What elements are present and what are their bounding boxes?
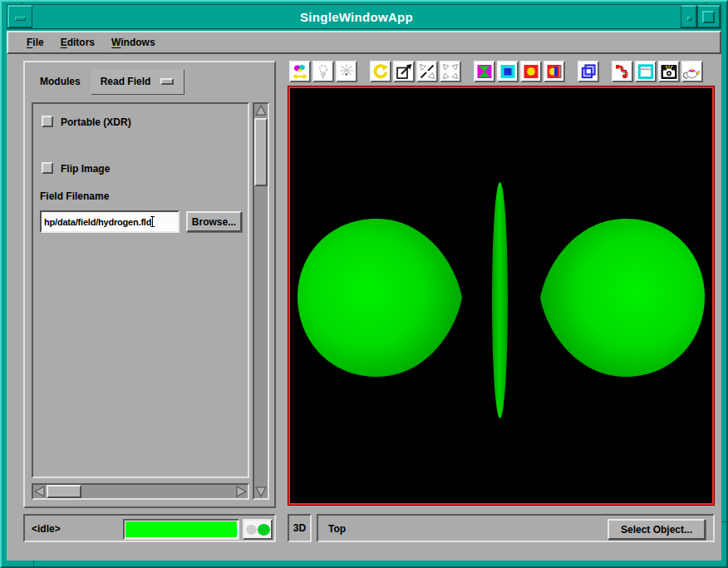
activity-indicator [243, 519, 273, 540]
title-bar[interactable]: SingleWindowApp [7, 4, 721, 29]
viewport-3d[interactable] [288, 86, 715, 506]
progress-bar [123, 519, 239, 540]
minimize-button[interactable] [7, 5, 32, 28]
main-content: Modules Read Field Portable (XDR) Flip I… [7, 54, 721, 561]
scroll-up-arrow[interactable] [254, 104, 268, 117]
point-light-button[interactable] [336, 61, 357, 82]
field-filename-value: hp/data/field/hydrogen.fld [44, 217, 151, 227]
scroll-right-arrow[interactable] [234, 485, 248, 498]
status-panel: <idle> [23, 514, 276, 542]
modules-label: Modules [40, 76, 81, 87]
window-menu-icon [687, 17, 691, 21]
directional-light-button[interactable] [312, 61, 334, 82]
modules-row: Modules Read Field [40, 69, 184, 94]
portable-xdr-checkbox[interactable] [42, 116, 53, 127]
window-menu-button[interactable] [681, 5, 697, 28]
select-object-button[interactable]: Select Object... [607, 519, 706, 540]
menu-editors[interactable]: Editors [61, 37, 95, 48]
menu-bar: File Editors Windows [7, 31, 721, 54]
up-arrow-icon [254, 104, 268, 117]
flip-image-checkbox[interactable] [42, 162, 53, 174]
field-filename-input[interactable]: hp/data/field/hydrogen.fld [40, 210, 180, 233]
translate-constrained-icon [418, 62, 436, 81]
orbital-lobe-left [298, 219, 462, 377]
object-select-circle-icon [522, 62, 540, 81]
window-title: SingleWindowApp [32, 5, 681, 28]
menu-file[interactable]: File [27, 37, 44, 48]
status-led-off-icon [246, 525, 257, 535]
dimension-mode-label: 3D [293, 522, 306, 534]
directional-light-icon [314, 62, 332, 81]
field-filename-label: Field Filename [40, 190, 109, 202]
translate-constrained-button[interactable] [416, 61, 438, 82]
browse-button-label: Browse... [192, 216, 236, 228]
scroll-down-arrow[interactable] [254, 485, 268, 498]
hierarchy-button[interactable] [612, 61, 633, 82]
browse-button[interactable]: Browse... [186, 211, 242, 232]
object-select-circle-button[interactable] [520, 61, 542, 82]
wireframe-cube-icon [579, 62, 598, 81]
translate-button[interactable] [440, 61, 461, 82]
status-state-label: <idle> [32, 523, 61, 535]
view-status-panel: Top Select Object... [317, 514, 715, 542]
menu-windows[interactable]: Windows [111, 37, 155, 48]
horizontal-scroll-thumb[interactable] [47, 485, 81, 498]
maximize-button[interactable] [697, 5, 721, 28]
render-teapot-button[interactable] [681, 61, 703, 82]
object-select-square-icon [499, 62, 517, 81]
current-view-label: Top [328, 523, 346, 535]
transform-object-icon [291, 62, 309, 81]
vertical-scrollbar[interactable] [253, 102, 269, 500]
text-caret [152, 216, 153, 227]
minimize-icon [15, 17, 26, 21]
transform-object-button[interactable] [289, 61, 311, 82]
scale-icon [395, 62, 413, 81]
toolbar-group-lights [289, 61, 359, 82]
toolbar-group-transform [370, 61, 463, 82]
left-arrow-icon [33, 485, 47, 498]
isosurface-scene [290, 88, 712, 503]
orbital-disc [492, 182, 508, 418]
object-select-square-button[interactable] [497, 61, 519, 82]
snapshot-camera-icon [660, 62, 678, 81]
maximize-icon [702, 11, 715, 23]
toolbar-group-object-modes [474, 61, 567, 82]
object-select-split-icon [545, 62, 563, 81]
modules-option-menu[interactable]: Read Field [91, 69, 184, 94]
wireframe-cube-button[interactable] [578, 61, 599, 82]
toolbar-group-view [612, 61, 705, 82]
select-object-button-label: Select Object... [621, 524, 692, 536]
point-light-icon [337, 62, 356, 81]
scroll-left-arrow[interactable] [33, 485, 47, 498]
option-menu-indicator-icon [160, 78, 174, 85]
module-panel: Modules Read Field Portable (XDR) Flip I… [23, 61, 276, 508]
window-icon [637, 62, 655, 81]
rotate-button[interactable] [370, 61, 391, 82]
status-led-on-icon [258, 524, 270, 536]
modules-selected-value: Read Field [101, 76, 151, 87]
render-teapot-icon [683, 62, 701, 81]
vertical-scroll-thumb[interactable] [254, 118, 268, 186]
dimension-mode-box: 3D [288, 514, 312, 542]
viewer-toolbar [289, 60, 716, 83]
object-select-split-button[interactable] [544, 61, 565, 82]
rotate-icon [371, 62, 390, 81]
down-arrow-icon [254, 485, 268, 498]
toolbar-group-cube [578, 61, 601, 82]
window-button[interactable] [635, 61, 657, 82]
object-select-bowtie-icon [475, 62, 494, 81]
module-controls-panel: Portable (XDR) Flip Image Field Filename… [32, 102, 249, 478]
horizontal-scrollbar[interactable] [32, 483, 249, 500]
portable-xdr-label: Portable (XDR) [61, 116, 131, 128]
progress-bar-fill [125, 521, 237, 537]
right-arrow-icon [234, 485, 248, 498]
scale-button[interactable] [393, 61, 415, 82]
hierarchy-icon [613, 62, 632, 81]
flip-image-label: Flip Image [61, 163, 110, 175]
translate-icon [441, 62, 460, 81]
snapshot-camera-button[interactable] [658, 61, 680, 82]
object-select-bowtie-button[interactable] [474, 61, 495, 82]
orbital-lobe-right [540, 219, 705, 377]
